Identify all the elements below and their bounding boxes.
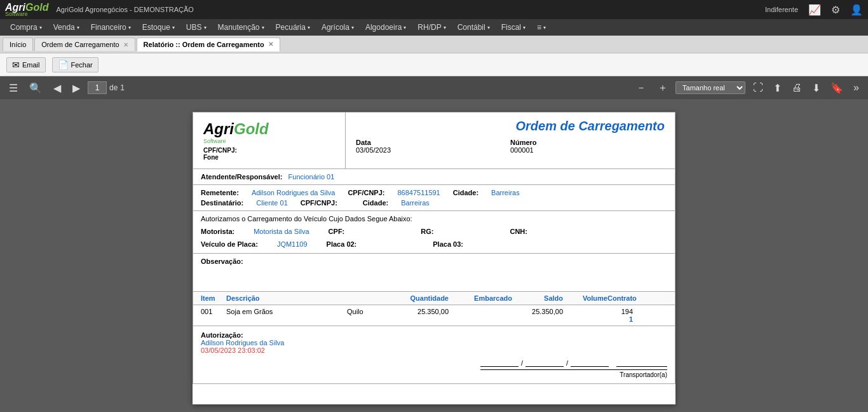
menu-compra[interactable]: Compra ▾ [5,21,47,34]
fullscreen-btn[interactable]: ⛶ [749,79,767,97]
menu-estoque[interactable]: Estoque ▾ [137,21,180,34]
th-item: Item [201,294,226,302]
doc-title-area: Ordem de Carregamento Data Número 03/05/… [346,113,675,168]
email-icon: ✉ [12,60,20,70]
close-button[interactable]: 📄 Fechar [52,57,98,72]
rg-label: RG: [421,228,433,235]
td-volume [563,308,607,315]
motorista-value: Motorista da Silva [254,228,309,235]
th-quantidade: Quantidade [385,294,449,302]
tab-inicio[interactable]: Início [3,38,33,51]
page-number-input[interactable] [88,81,107,94]
sign-line3 [571,366,609,367]
fone-label: Fone [203,154,219,161]
download-btn[interactable]: ⬇ [808,79,824,97]
remetente-row: Remetente: Adilson Rodrigues da Silva CP… [201,189,667,196]
cpf-label: CPF: [329,228,345,235]
close-icon: 📄 [58,60,69,70]
atendente-value: Funcionário 01 [288,173,335,181]
fone-row: Fone [203,154,335,161]
doc-rem-dest-section: Remetente: Adilson Rodrigues da Silva CP… [193,185,675,211]
td-item: 001 [201,308,226,315]
doc-software: Software [203,138,269,144]
auth-title: Autorização: [201,331,667,339]
user-icon[interactable]: 👤 [850,4,863,16]
autoriza-text: Autorizamos o Carregamento do Veículo Cu… [201,215,667,223]
close-label: Fechar [71,61,93,69]
print-btn[interactable]: 🖨 [788,79,806,97]
menu-venda[interactable]: Venda ▾ [48,21,85,34]
tab-relatorio-label: Relatório :: Ordem de Carregamento [144,41,264,48]
email-label: Email [22,61,40,69]
menu-pecuaria[interactable]: Pecuária ▾ [271,21,315,34]
cidade-d-value: Barreiras [401,199,430,207]
data-value: 03/05/2023 [356,146,510,154]
page-info: de 1 [88,81,125,94]
tab-relatorio[interactable]: Relatório :: Ordem de Carregamento ✕ [137,38,280,52]
atendente-label: Atendente/Responsável: [201,173,282,181]
brand-logo: AgriGold Software [5,2,48,17]
placa03-label: Placa 03: [433,240,463,248]
td-quantidade: 25.350,00 [385,308,449,315]
document: AgriGold Software CPF/CNPJ: Fone [193,112,675,384]
menu-fiscal[interactable]: Fiscal ▾ [496,21,531,34]
sidebar-toggle-btn[interactable]: ☰ [5,79,22,97]
data-label: Data [356,139,510,146]
td-descricao: Soja em Grãos [226,308,347,315]
next-page-btn[interactable]: ▶ [69,79,84,97]
cpf-cnpj-row: CPF/CNPJ: [203,147,335,154]
cpf-cnpj-r-value: 86847511591 [397,189,440,196]
slash1: / [521,359,523,367]
tab-relatorio-close[interactable]: ✕ [268,41,273,48]
sign-line4 [616,366,667,367]
zoom-out-btn[interactable]: － [632,79,650,97]
menu-financeiro[interactable]: Financeiro ▾ [86,21,136,34]
td-item2: 1 [607,315,633,323]
menu-contabil[interactable]: Contábil ▾ [452,21,495,34]
menu-rhdp[interactable]: RH/DP ▾ [412,21,451,34]
zoom-in-btn[interactable]: ＋ [654,79,672,97]
numero-label: Número [510,139,665,146]
tab-ordem-label: Ordem de Carregamento [41,41,119,48]
tab-inicio-label: Início [10,41,26,48]
search-btn[interactable]: 🔍 [25,79,46,97]
more-btn[interactable]: » [850,79,863,97]
doc-logo: AgriGold Software [203,120,335,144]
menu-manutencao[interactable]: Manutenção ▾ [213,21,269,34]
prev-page-btn[interactable]: ◀ [50,79,65,97]
toolbar: ✉ Email 📄 Fechar [0,53,868,76]
cidade-r-label: Cidade: [453,189,478,196]
menu-algodoeira[interactable]: Algodoeira ▾ [360,21,411,34]
analytics-icon[interactable]: 📈 [808,4,821,16]
top-nav: AgriGold Software AgriGold Agronegócios … [0,0,868,19]
page-of-label: de [109,83,118,92]
td-unidade: Quilo [347,308,385,315]
td-saldo: 25.350,00 [512,308,563,315]
destinatario-value: Cliente 01 [256,199,288,207]
bookmark-btn[interactable]: 🔖 [827,79,847,97]
upload-btn[interactable]: ⬆ [770,79,785,97]
pdf-toolbar-right: ⛶ ⬆ 🖨 ⬇ 🔖 » [749,79,863,97]
veiculo-label: Veículo de Placa: [201,240,258,248]
sign-area: / / Transportador(a) [480,359,667,378]
auth-date: 03/05/2023 23:03:02 [201,347,667,354]
doc-header: AgriGold Software CPF/CNPJ: Fone [193,112,675,169]
tab-ordem-carregamento[interactable]: Ordem de Carregamento ✕ [34,38,135,51]
email-button[interactable]: ✉ Email [6,57,46,72]
menu-more[interactable]: ≡ ▾ [532,21,551,34]
tab-ordem-close[interactable]: ✕ [123,41,128,48]
settings-icon[interactable]: ⚙ [831,4,840,16]
th-saldo: Saldo [512,294,563,302]
top-nav-right: Indiferente 📈 ⚙ 👤 [765,4,863,16]
placa02-label: Placa 02: [327,240,357,248]
sign-line2 [526,366,564,367]
menu-ubs[interactable]: UBS ▾ [181,21,212,34]
menu-agricola[interactable]: Agrícola ▾ [316,21,359,34]
table-row: 001 Soja em Grãos Quilo 25.350,00 25.350… [193,305,675,326]
destinatario-row: Destinatário: Cliente 01 CPF/CNPJ: Cidad… [201,199,667,207]
zoom-select[interactable]: Tamanho real 50% 75% 100% 150% [675,81,745,94]
cpf-cnpj-r-label: CPF/CNPJ: [348,189,384,196]
doc-logo-area: AgriGold Software CPF/CNPJ: Fone [193,113,346,168]
slash2: / [566,359,568,367]
doc-atendente-section: Atendente/Responsável: Funcionário 01 [193,169,675,185]
